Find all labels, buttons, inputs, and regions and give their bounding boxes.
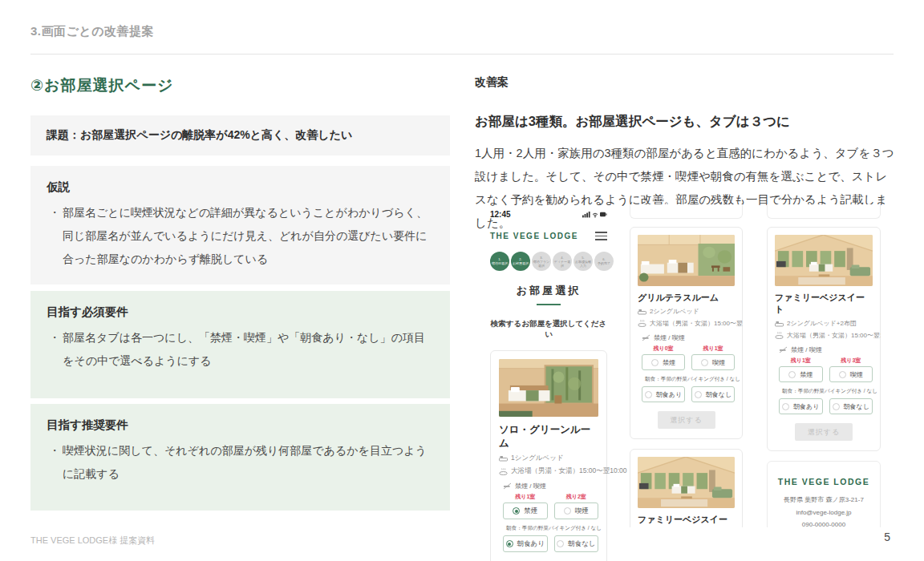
room-name: ソロ・グリーンルーム xyxy=(499,423,598,450)
status-time: 12:45 xyxy=(490,210,511,219)
no-smoking-icon xyxy=(642,334,650,341)
footer-phone: 090-0000-0000 xyxy=(768,521,880,527)
hypothesis-box: 仮説 ・ 部屋名ごとに喫煙状況などの詳細が異なるということがわかりづらく、同じ部… xyxy=(30,166,450,285)
room-name: ファミリーベジスイート xyxy=(638,514,735,527)
radio-icon xyxy=(564,507,571,515)
bullet-text: 部屋名ごとに喫煙状況などの詳細が異なるということがわかりづらく、同じ部屋名が並ん… xyxy=(63,206,428,265)
smoking-option-button[interactable]: 喫煙 xyxy=(554,502,599,519)
nonsmoking-option-button[interactable]: 禁煙 xyxy=(503,502,548,519)
recommend-bullet: ・ 喫煙状況に関して、それぞれの部屋が残り何部屋であるかを目立つように記載する xyxy=(47,439,434,486)
phone-mockup: 12:45 THE VEGE LODGE 1.宿泊日選択 2.お部屋選択 3.宿… xyxy=(480,208,618,561)
nonsmoking-option-button[interactable]: 禁煙 xyxy=(642,354,685,370)
breakfast-no-button[interactable]: 朝食なし xyxy=(829,398,873,414)
remaining-rooms-row: 残り1室 残り2室 xyxy=(503,493,598,501)
radio-icon xyxy=(557,540,564,547)
nonsmoking-option-button[interactable]: 禁煙 xyxy=(779,366,823,382)
step-circle-5: 5.お客様情報入力 xyxy=(573,252,593,271)
booking-stepper: 1.宿泊日選択 2.お部屋選択 3.宿泊プラン選択 4.ディナー選択 5.お客様… xyxy=(490,252,607,271)
slide-footer-text: THE VEGE LODGE様 提案資料 xyxy=(30,535,155,547)
phone-header: THE VEGE LODGE xyxy=(490,232,607,240)
page-heading: ②お部屋選択ページ xyxy=(30,75,450,96)
footer-address: 長野県 葉野市 森ノ原3-21-7 xyxy=(768,495,880,504)
step-circle-3: 3.宿泊プラン選択 xyxy=(532,252,551,271)
room-card: グリルテラスルーム 2シングルベッド 大浴場（男湯・女湯）15:00〜翌10:0… xyxy=(630,227,743,439)
smoking-section: 禁煙 / 喫煙 残り1室 残り3室 禁煙 喫煙 xyxy=(775,345,873,382)
phone-statusbar: 12:45 xyxy=(490,208,607,220)
bath-icon xyxy=(638,320,646,327)
room-name: グリルテラスルーム xyxy=(638,292,735,304)
breakfast-section: 朝食：季節の野菜バイキング付き / なし 朝食あり 朝食なし xyxy=(499,525,598,552)
breakfast-label: 朝食：季節の野菜バイキング付き / なし xyxy=(779,388,873,395)
step-circle-6: 6.予約完了 xyxy=(594,252,614,271)
radio-icon xyxy=(782,403,789,410)
bullet-text: 喫煙状況に関して、それぞれの部屋が残り何部屋であるかを目立つように記載する xyxy=(63,444,427,480)
remaining-rooms-row: 残り1室 残り3室 xyxy=(779,357,873,365)
room-photo xyxy=(638,457,735,508)
must-requirements-box: 目指す必須要件 ・ 部屋名タブは各一つにし、「禁煙・喫煙」や「朝食あり・なし」の… xyxy=(30,291,450,398)
bullet-text: 部屋名タブは各一つにし、「禁煙・喫煙」や「朝食あり・なし」の項目をその中で選べる… xyxy=(63,331,425,367)
footer-logo: THE VEGE LODGE xyxy=(768,477,880,486)
partial-card xyxy=(630,204,743,219)
breakfast-section: 朝食：季節の野菜バイキング付き / なし 朝食あり 朝食なし xyxy=(775,388,873,414)
smoking-option-button[interactable]: 喫煙 xyxy=(691,354,735,370)
smoking-section: 禁煙 / 喫煙 残り0室 残り1室 禁煙 喫煙 xyxy=(638,333,735,370)
breakfast-no-button[interactable]: 朝食なし xyxy=(554,535,599,552)
radio-selected-icon xyxy=(506,540,513,547)
room-photo xyxy=(775,235,873,286)
remaining-badge: 残り1室 xyxy=(503,493,548,501)
bath-icon xyxy=(775,332,784,339)
remaining-badge: 残り1室 xyxy=(779,357,823,365)
hypothesis-title: 仮説 xyxy=(47,180,434,195)
remaining-badge: 残り2室 xyxy=(554,493,599,501)
title-underline xyxy=(537,304,561,305)
breakfast-no-button[interactable]: 朝食なし xyxy=(691,386,735,402)
footer-email: info@vege-lodge.jp xyxy=(768,509,880,516)
bed-icon xyxy=(775,321,784,327)
improvement-headline: お部屋は3種類。お部屋選択ページも、タブは３つに xyxy=(475,113,895,131)
mockup-column-c: ファミリーベジスイート 2シングルベッド+2布団 大浴場（男湯・女湯）15:00… xyxy=(767,204,881,527)
room-card: ファミリーベジスイート 2シングルベッド+2布団 大浴場（男湯・女湯）15:00… xyxy=(767,227,881,451)
page-number: 5 xyxy=(884,531,890,543)
issue-box: 課題：お部屋選択ページの離脱率が42%と高く、改善したい xyxy=(30,115,450,155)
brand-logo: THE VEGE LODGE xyxy=(490,232,578,240)
bed-icon xyxy=(638,309,646,315)
hypothesis-bullet: ・ 部屋名ごとに喫煙状況などの詳細が異なるということがわかりづらく、同じ部屋名が… xyxy=(47,201,434,271)
room-photo xyxy=(638,235,735,286)
bullet-marker: ・ xyxy=(49,201,60,224)
breakfast-yes-button[interactable]: 朝食あり xyxy=(779,398,823,414)
remaining-badge: 残り0室 xyxy=(642,345,685,353)
breakfast-yes-button[interactable]: 朝食あり xyxy=(642,386,685,402)
bath-icon xyxy=(499,468,508,475)
remaining-badge: 残り1室 xyxy=(691,345,735,353)
radio-icon xyxy=(645,391,652,398)
room-card: ファミリーベジスイート 2シングルベッド+2布団 大浴場（男湯・女湯）15:00… xyxy=(630,449,743,527)
bed-info: 1シングルベッド xyxy=(499,454,598,463)
smoking-option-button[interactable]: 喫煙 xyxy=(829,366,873,382)
radio-selected-icon xyxy=(513,507,520,515)
step-circle-4: 4.ディナー選択 xyxy=(553,252,572,271)
breakfast-label: 朝食：季節の野菜バイキング付き / なし xyxy=(642,376,735,383)
hamburger-menu-icon[interactable] xyxy=(595,232,607,240)
mockup-column-b: グリルテラスルーム 2シングルベッド 大浴場（男湯・女湯）15:00〜翌10:0… xyxy=(630,204,743,527)
select-room-button-disabled: 選択する xyxy=(795,423,853,441)
bullet-marker: ・ xyxy=(49,326,60,349)
section-title: 3.画面ごとの改善提案 xyxy=(30,24,154,39)
signal-wifi-battery-icon xyxy=(582,211,607,218)
no-smoking-icon xyxy=(779,346,788,353)
smoking-label: 禁煙 / 喫煙 xyxy=(642,333,735,342)
left-column: ②お部屋選択ページ 課題：お部屋選択ページの離脱率が42%と高く、改善したい 仮… xyxy=(30,75,450,521)
room-card: ソロ・グリーンルーム 1シングルベッド 大浴場（男湯・女湯）15:00〜翌10:… xyxy=(490,350,607,561)
smoking-section: 禁煙 / 喫煙 残り1室 残り2室 禁煙 喫煙 xyxy=(499,482,598,519)
radio-icon xyxy=(651,359,659,366)
must-bullet: ・ 部屋名タブは各一つにし、「禁煙・喫煙」や「朝食あり・なし」の項目をその中で選… xyxy=(47,326,434,373)
recommended-requirements-box: 目指す推奨要件 ・ 喫煙状況に関して、それぞれの部屋が残り何部屋であるかを目立つ… xyxy=(30,404,450,511)
bath-info: 大浴場（男湯・女湯）15:00〜翌10:00 xyxy=(775,331,873,340)
bed-info: 2シングルベッド+2布団 xyxy=(775,319,873,328)
select-room-button-disabled: 選択する xyxy=(658,411,715,429)
radio-icon xyxy=(833,403,840,410)
remaining-rooms-row: 残り0室 残り1室 xyxy=(642,345,735,353)
bullet-marker: ・ xyxy=(49,439,60,462)
site-footer-card: THE VEGE LODGE 長野県 葉野市 森ノ原3-21-7 info@ve… xyxy=(767,461,881,527)
bed-info: 2シングルベッド xyxy=(638,307,735,316)
breakfast-yes-button[interactable]: 朝食あり xyxy=(503,535,548,552)
